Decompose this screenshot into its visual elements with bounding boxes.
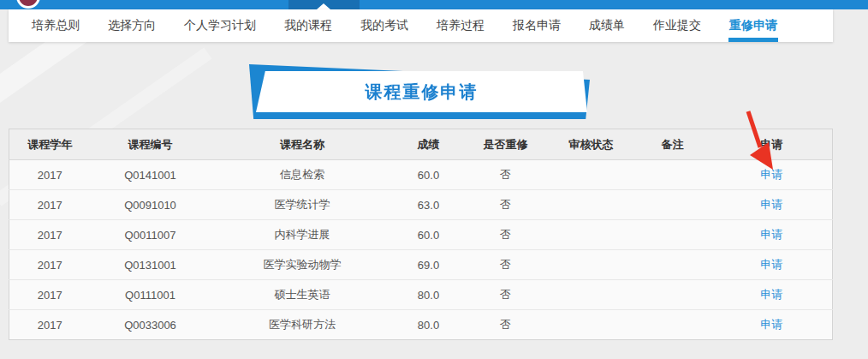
- top-blue-bar: [0, 0, 868, 9]
- tab-registration[interactable]: 报名申请: [513, 9, 561, 42]
- cell-year: 2017: [9, 190, 91, 220]
- cell-code: Q0033006: [91, 310, 211, 340]
- cell-remark: [634, 280, 711, 310]
- cell-retake: 否: [463, 190, 549, 220]
- cell-apply: 申请: [711, 220, 833, 250]
- cell-year: 2017: [9, 280, 91, 310]
- col-header-code: 课程编号: [91, 129, 211, 160]
- col-header-status: 审核状态: [549, 129, 634, 160]
- cell-score: 69.0: [395, 250, 463, 280]
- cell-remark: [634, 220, 711, 250]
- cell-score: 60.0: [395, 160, 463, 190]
- tab-training-process[interactable]: 培养过程: [437, 9, 485, 42]
- cell-code: Q0141001: [91, 160, 211, 190]
- col-header-year: 课程学年: [9, 129, 91, 160]
- submenu-pointer-triangle-icon: [317, 3, 330, 9]
- table-row: 2017 Q0111001 硕士生英语 80.0 否 申请: [9, 280, 833, 310]
- apply-link[interactable]: 申请: [760, 198, 782, 211]
- cell-retake: 否: [463, 310, 549, 340]
- apply-link[interactable]: 申请: [760, 318, 782, 331]
- col-header-remark: 备注: [634, 129, 711, 160]
- cell-apply: 申请: [711, 250, 833, 280]
- cell-code: Q0091010: [91, 190, 211, 220]
- cell-retake: 否: [463, 220, 549, 250]
- cell-score: 60.0: [395, 220, 463, 250]
- table-header-row: 课程学年 课程编号 课程名称 成绩 是否重修 审核状态 备注 申请: [9, 129, 833, 160]
- cell-name: 医学科研方法: [211, 310, 395, 340]
- table-row: 2017 Q0011007 内科学进展 60.0 否 申请: [9, 220, 833, 250]
- table-row: 2017 Q0091010 医学统计学 63.0 否 申请: [9, 190, 833, 220]
- retake-application-page: 培养总则 选择方向 个人学习计划 我的课程 我的考试 培养过程 报名申请 成绩单…: [0, 0, 868, 359]
- cell-retake: 否: [463, 280, 549, 310]
- page-title: 课程重修申请: [256, 71, 587, 112]
- tab-transcript[interactable]: 成绩单: [589, 9, 625, 42]
- tab-retake-application[interactable]: 重修申请: [729, 9, 777, 42]
- cell-retake: 否: [463, 160, 549, 190]
- apply-link[interactable]: 申请: [760, 288, 782, 301]
- cell-year: 2017: [9, 220, 91, 250]
- cell-status: [549, 280, 634, 310]
- cell-apply: 申请: [711, 310, 833, 340]
- cell-score: 80.0: [395, 280, 463, 310]
- cell-year: 2017: [9, 250, 91, 280]
- tab-my-exams[interactable]: 我的考试: [360, 9, 408, 42]
- cell-score: 63.0: [395, 190, 463, 220]
- cell-apply: 申请: [711, 280, 833, 310]
- cell-remark: [634, 190, 711, 220]
- cell-status: [549, 250, 634, 280]
- tab-personal-study-plan[interactable]: 个人学习计划: [184, 9, 256, 42]
- cell-retake: 否: [463, 250, 549, 280]
- cell-code: Q0011007: [91, 220, 211, 250]
- cell-name: 硕士生英语: [211, 280, 395, 310]
- cell-name: 医学统计学: [211, 190, 395, 220]
- apply-link[interactable]: 申请: [760, 258, 782, 271]
- table-row: 2017 Q0033006 医学科研方法 80.0 否 申请: [9, 310, 833, 340]
- cell-year: 2017: [9, 310, 91, 340]
- cell-apply: 申请: [711, 160, 833, 190]
- table-row: 2017 Q0131001 医学实验动物学 69.0 否 申请: [9, 250, 833, 280]
- tab-my-courses[interactable]: 我的课程: [284, 9, 332, 42]
- tab-homework-submit[interactable]: 作业提交: [653, 9, 701, 42]
- col-header-retake: 是否重修: [463, 129, 549, 160]
- cell-status: [549, 220, 634, 250]
- cell-name: 医学实验动物学: [211, 250, 395, 280]
- cell-status: [549, 190, 634, 220]
- table-row: 2017 Q0141001 信息检索 60.0 否 申请: [9, 160, 833, 190]
- apply-link[interactable]: 申请: [760, 228, 782, 241]
- retake-course-table: 课程学年 课程编号 课程名称 成绩 是否重修 审核状态 备注 申请 2017 Q…: [9, 129, 833, 340]
- cell-score: 80.0: [395, 310, 463, 340]
- cell-name: 内科学进展: [211, 220, 395, 250]
- cell-code: Q0111001: [91, 280, 211, 310]
- cell-remark: [634, 160, 711, 190]
- col-header-name: 课程名称: [211, 129, 395, 160]
- secondary-navbar: 培养总则 选择方向 个人学习计划 我的课程 我的考试 培养过程 报名申请 成绩单…: [9, 9, 833, 42]
- col-header-apply: 申请: [711, 129, 833, 160]
- col-header-score: 成绩: [395, 129, 463, 160]
- cell-year: 2017: [9, 160, 91, 190]
- cell-status: [549, 310, 634, 340]
- tab-training-rules[interactable]: 培养总则: [32, 9, 80, 42]
- cell-remark: [634, 250, 711, 280]
- cell-code: Q0131001: [91, 250, 211, 280]
- cell-status: [549, 160, 634, 190]
- tab-choose-direction[interactable]: 选择方向: [108, 9, 156, 42]
- cell-remark: [634, 310, 711, 340]
- cell-apply: 申请: [711, 190, 833, 220]
- cell-name: 信息检索: [211, 160, 395, 190]
- apply-link[interactable]: 申请: [760, 168, 782, 181]
